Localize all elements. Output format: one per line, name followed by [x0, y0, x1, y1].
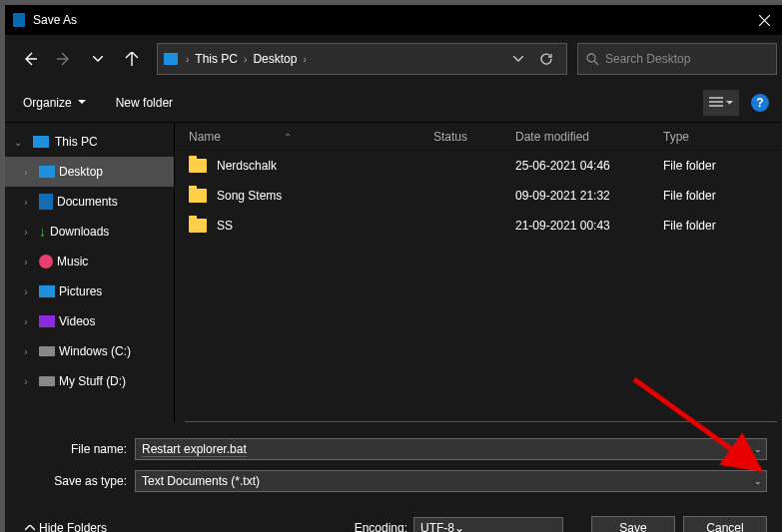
refresh-icon: [539, 52, 553, 66]
expand-icon[interactable]: ›: [17, 227, 35, 238]
chevron-right-icon[interactable]: ›: [240, 54, 251, 65]
bottom-pane: File name: Restart explorer.bat ⌄ Save a…: [5, 422, 782, 532]
pc-icon: [33, 136, 49, 148]
svg-point-0: [587, 54, 595, 62]
saveastype-combo[interactable]: Text Documents (*.txt) ⌄: [135, 470, 767, 492]
arrow-left-icon: [23, 52, 37, 66]
help-icon: ?: [756, 96, 763, 110]
close-icon: [759, 15, 770, 26]
chevron-right-icon[interactable]: ›: [299, 54, 310, 65]
nav-tree: ⌄ This PC › Desktop › Documents › ↓ Down…: [5, 123, 175, 422]
app-icon: [13, 13, 25, 27]
chevron-down-icon[interactable]: ⌄: [454, 521, 464, 532]
caret-down-icon: [78, 100, 86, 105]
chevron-up-icon: [25, 525, 35, 531]
expand-icon[interactable]: ›: [17, 316, 35, 327]
expand-icon[interactable]: ›: [17, 376, 35, 387]
expand-icon[interactable]: ›: [17, 346, 35, 357]
expand-icon[interactable]: ›: [17, 197, 35, 208]
tree-item-drive-c[interactable]: › Windows (C:): [5, 336, 174, 366]
chevron-down-icon[interactable]: ⌄: [754, 444, 762, 454]
up-button[interactable]: [117, 44, 147, 74]
back-button[interactable]: [15, 44, 45, 74]
drive-icon: [39, 376, 55, 386]
chevron-down-icon: [93, 56, 103, 62]
file-list-area: Name ⌃ Status Date modified Type Nerdsch…: [175, 123, 782, 422]
tree-root-thispc[interactable]: ⌄ This PC: [5, 127, 174, 157]
column-name[interactable]: Name ⌃: [189, 130, 433, 144]
address-dropdown[interactable]: [504, 44, 532, 74]
address-bar: › This PC › Desktop › Search Desktop: [5, 35, 782, 83]
tree-item-drive-d[interactable]: › My Stuff (D:): [5, 366, 174, 396]
column-date[interactable]: Date modified: [515, 130, 663, 144]
saveastype-label: Save as type:: [25, 474, 135, 488]
tree-item-music[interactable]: › Music: [5, 247, 174, 276]
cancel-button[interactable]: Cancel: [683, 516, 767, 532]
tree-item-documents[interactable]: › Documents: [5, 187, 174, 217]
column-status[interactable]: Status: [433, 130, 515, 144]
document-icon: [39, 194, 53, 210]
encoding-label: Encoding:: [355, 521, 407, 532]
drive-icon: [39, 346, 55, 356]
pc-icon: [164, 53, 178, 65]
expand-icon[interactable]: ›: [17, 167, 35, 178]
view-mode-button[interactable]: [703, 90, 739, 116]
tree-item-videos[interactable]: › Videos: [5, 306, 174, 336]
filename-input[interactable]: Restart explorer.bat ⌄: [135, 438, 767, 460]
file-list: Nerdschalk 25-06-2021 04:46 File folder …: [175, 151, 782, 422]
refresh-button[interactable]: [532, 44, 560, 74]
horizontal-scrollbar[interactable]: [185, 421, 777, 422]
download-icon: ↓: [39, 224, 46, 240]
window-title: Save As: [33, 13, 741, 27]
titlebar: Save As: [5, 5, 782, 35]
filename-label: File name:: [25, 442, 135, 456]
tree-item-downloads[interactable]: › ↓ Downloads: [5, 217, 174, 247]
expand-icon[interactable]: ›: [17, 286, 35, 297]
tree-item-pictures[interactable]: › Pictures: [5, 276, 174, 306]
encoding-combo[interactable]: UTF-8 ⌄: [413, 517, 563, 532]
caret-down-icon: [726, 101, 733, 105]
expand-icon[interactable]: ›: [17, 257, 35, 267]
forward-button[interactable]: [49, 44, 79, 74]
chevron-down-icon[interactable]: ⌄: [754, 476, 762, 486]
column-headers: Name ⌃ Status Date modified Type: [175, 123, 782, 151]
close-button[interactable]: [741, 5, 782, 35]
new-folder-button[interactable]: New folder: [116, 96, 173, 110]
recent-button[interactable]: [83, 44, 113, 74]
arrow-right-icon: [57, 52, 71, 66]
column-type[interactable]: Type: [663, 130, 782, 144]
hide-folders-button[interactable]: Hide Folders: [25, 521, 107, 532]
file-row[interactable]: SS 21-09-2021 00:43 File folder: [175, 211, 782, 241]
tree-item-desktop[interactable]: › Desktop: [5, 157, 174, 187]
arrow-up-icon: [125, 52, 139, 66]
organize-button[interactable]: Organize: [23, 96, 86, 110]
help-button[interactable]: ?: [751, 94, 769, 112]
sort-asc-icon: ⌃: [284, 132, 292, 143]
chevron-right-icon[interactable]: ›: [182, 54, 193, 65]
videos-icon: [39, 315, 55, 327]
chevron-down-icon: [513, 56, 523, 62]
breadcrumb[interactable]: › This PC › Desktop ›: [157, 43, 567, 75]
pictures-icon: [39, 285, 55, 297]
save-button[interactable]: Save: [591, 516, 675, 532]
save-as-dialog: Save As › This PC › Desktop ›: [5, 5, 782, 532]
music-icon: [39, 255, 53, 268]
desktop-icon: [39, 166, 55, 178]
toolbar: Organize New folder ?: [5, 83, 782, 123]
collapse-icon[interactable]: ⌄: [9, 137, 27, 148]
folder-icon: [189, 189, 207, 203]
crumb-thispc[interactable]: This PC: [193, 52, 240, 66]
list-icon: [709, 97, 723, 109]
search-icon: [586, 53, 599, 66]
search-placeholder: Search Desktop: [605, 52, 690, 66]
search-input[interactable]: Search Desktop: [577, 43, 777, 75]
file-row[interactable]: Song Stems 09-09-2021 21:32 File folder: [175, 181, 782, 211]
folder-icon: [189, 219, 207, 233]
file-row[interactable]: Nerdschalk 25-06-2021 04:46 File folder: [175, 151, 782, 181]
folder-icon: [189, 159, 207, 173]
crumb-desktop[interactable]: Desktop: [251, 52, 299, 66]
